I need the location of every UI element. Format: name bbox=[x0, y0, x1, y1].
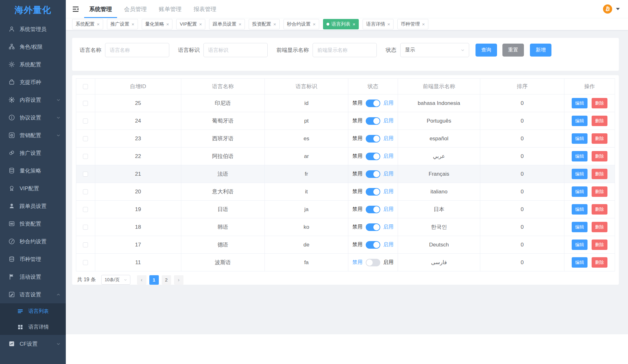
status-toggle[interactable] bbox=[366, 135, 380, 143]
language-name-input[interactable] bbox=[105, 43, 169, 57]
sidebar-item[interactable]: 系统管理员 bbox=[0, 20, 66, 38]
open-tab-chip[interactable]: 语言详情 × bbox=[363, 19, 394, 29]
delete-button[interactable]: 删除 bbox=[592, 169, 607, 179]
sidebar-subitem[interactable]: 语言列表 bbox=[0, 303, 66, 319]
edit-button[interactable]: 编辑 bbox=[572, 98, 588, 108]
sidebar-item[interactable]: 内容设置 bbox=[0, 91, 66, 109]
sidebar-item[interactable]: 投资配置 bbox=[0, 215, 66, 233]
sidebar-item[interactable]: 推广设置 bbox=[0, 144, 66, 162]
sidebar-item[interactable]: 活动设置 bbox=[0, 268, 66, 286]
status-toggle[interactable] bbox=[366, 223, 380, 231]
open-tab-chip[interactable]: 语言列表 × bbox=[323, 19, 359, 29]
close-icon[interactable]: × bbox=[422, 22, 425, 27]
page-number-button[interactable]: 2 bbox=[162, 275, 171, 285]
open-tab-chip[interactable]: 推广设置 × bbox=[107, 19, 138, 29]
status-toggle[interactable] bbox=[366, 153, 380, 160]
status-toggle[interactable] bbox=[366, 206, 380, 213]
open-tab-chip[interactable]: 跟单员设置 × bbox=[209, 19, 245, 29]
row-checkbox[interactable] bbox=[83, 242, 88, 247]
row-checkbox[interactable] bbox=[83, 101, 88, 106]
language-code-input[interactable] bbox=[203, 43, 268, 57]
close-icon[interactable]: × bbox=[387, 22, 390, 27]
sidebar-item[interactable]: VIP配置 bbox=[0, 179, 66, 197]
delete-button[interactable]: 删除 bbox=[592, 204, 607, 215]
sidebar-item[interactable]: 系统配置 bbox=[0, 56, 66, 73]
row-checkbox[interactable] bbox=[83, 136, 88, 141]
sidebar-item[interactable]: 量化策略 bbox=[0, 162, 66, 179]
next-page-button[interactable]: › bbox=[174, 275, 183, 285]
edit-button[interactable]: 编辑 bbox=[572, 116, 588, 126]
close-icon[interactable]: × bbox=[97, 22, 100, 27]
edit-button[interactable]: 编辑 bbox=[572, 240, 588, 250]
delete-button[interactable]: 删除 bbox=[592, 186, 607, 197]
open-tab-chip[interactable]: 系统配置 × bbox=[72, 19, 103, 29]
delete-button[interactable]: 删除 bbox=[592, 240, 607, 250]
delete-button[interactable]: 删除 bbox=[592, 98, 607, 108]
edit-button[interactable]: 编辑 bbox=[572, 151, 588, 161]
add-button[interactable]: 新增 bbox=[530, 44, 551, 57]
open-tab-chip[interactable]: 投资配置 × bbox=[249, 19, 280, 29]
page-number-button[interactable]: 1 bbox=[149, 275, 159, 285]
edit-button[interactable]: 编辑 bbox=[572, 257, 588, 268]
close-icon[interactable]: × bbox=[273, 22, 276, 27]
open-tab-chip[interactable]: 量化策略 × bbox=[142, 19, 173, 29]
row-checkbox[interactable] bbox=[83, 154, 88, 159]
sidebar-item[interactable]: 营销配置 bbox=[0, 126, 66, 144]
sidebar-subitem[interactable]: 语言详情 bbox=[0, 319, 66, 335]
collapse-sidebar-icon[interactable] bbox=[72, 5, 80, 13]
status-toggle[interactable] bbox=[366, 117, 380, 125]
row-checkbox[interactable] bbox=[83, 189, 88, 194]
delete-button[interactable]: 删除 bbox=[592, 222, 607, 232]
user-avatar[interactable]: ₿ bbox=[603, 4, 612, 14]
status-toggle[interactable] bbox=[366, 188, 380, 196]
display-name-input[interactable] bbox=[313, 43, 377, 57]
reset-button[interactable]: 重置 bbox=[502, 44, 524, 57]
sidebar-item[interactable]: 充提币种 bbox=[0, 73, 66, 91]
row-checkbox[interactable] bbox=[83, 225, 88, 230]
open-tab-chip[interactable]: 秒合约设置 × bbox=[283, 19, 319, 29]
edit-button[interactable]: 编辑 bbox=[572, 169, 588, 179]
caret-down-icon[interactable] bbox=[616, 8, 620, 10]
close-icon[interactable]: × bbox=[132, 22, 134, 27]
edit-button[interactable]: 编辑 bbox=[572, 186, 588, 197]
status-toggle[interactable] bbox=[366, 241, 380, 249]
sidebar-item[interactable]: 角色/权限 bbox=[0, 38, 66, 56]
edit-button[interactable]: 编辑 bbox=[572, 222, 588, 232]
close-icon[interactable]: × bbox=[353, 22, 356, 27]
delete-button[interactable]: 删除 bbox=[592, 133, 607, 144]
delete-button[interactable]: 删除 bbox=[592, 151, 607, 161]
sidebar-item[interactable]: CF设置 bbox=[0, 335, 66, 353]
status-select[interactable]: 显示 bbox=[400, 43, 469, 57]
select-all-checkbox[interactable] bbox=[83, 84, 88, 89]
top-nav-tab[interactable]: 会员管理 bbox=[123, 0, 147, 18]
open-tab-chip[interactable]: VIP配置 × bbox=[176, 19, 205, 29]
edit-button[interactable]: 编辑 bbox=[572, 133, 588, 144]
row-checkbox[interactable] bbox=[83, 207, 88, 212]
delete-button[interactable]: 删除 bbox=[592, 257, 607, 268]
page-size-select[interactable]: 10条/页 bbox=[101, 275, 130, 285]
close-icon[interactable]: × bbox=[166, 22, 169, 27]
close-icon[interactable]: × bbox=[199, 22, 202, 27]
top-nav-tab[interactable]: 报表管理 bbox=[193, 0, 217, 18]
sidebar-item[interactable]: 秒合约设置 bbox=[0, 233, 66, 250]
status-toggle[interactable] bbox=[366, 100, 380, 107]
sidebar-item[interactable]: 协议设置 bbox=[0, 109, 66, 126]
prev-page-button[interactable]: ‹ bbox=[137, 275, 146, 285]
search-button[interactable]: 查询 bbox=[476, 44, 497, 57]
open-tab-chip[interactable]: 币种管理 × bbox=[397, 19, 428, 29]
close-icon[interactable]: × bbox=[313, 22, 316, 27]
row-checkbox[interactable] bbox=[83, 260, 88, 265]
sidebar-item[interactable]: 语言设置 bbox=[0, 286, 66, 303]
row-checkbox[interactable] bbox=[83, 172, 88, 177]
gear-icon bbox=[8, 61, 15, 68]
status-toggle[interactable] bbox=[366, 259, 380, 266]
sidebar-item[interactable]: 币种管理 bbox=[0, 250, 66, 268]
row-checkbox[interactable] bbox=[83, 118, 88, 124]
edit-button[interactable]: 编辑 bbox=[572, 204, 588, 215]
top-nav-tab[interactable]: 系统管理 bbox=[89, 0, 113, 18]
status-toggle[interactable] bbox=[366, 170, 380, 178]
close-icon[interactable]: × bbox=[239, 22, 241, 27]
sidebar-item[interactable]: 跟单员设置 bbox=[0, 197, 66, 215]
top-nav-tab[interactable]: 账单管理 bbox=[158, 0, 182, 18]
delete-button[interactable]: 删除 bbox=[592, 116, 607, 126]
